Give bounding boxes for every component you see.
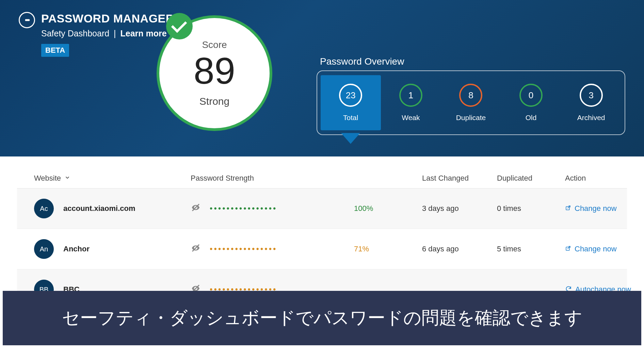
change-now-link[interactable]: Change now (565, 245, 644, 253)
score-gauge: Score 89 Strong (157, 15, 272, 131)
eye-off-icon[interactable] (191, 243, 201, 255)
strength-percent: 100% (354, 204, 422, 213)
strength-percent: 71% (354, 245, 422, 253)
overview-tab-label: Weak (402, 114, 420, 122)
score-strength: Strong (199, 96, 229, 107)
app-title: PASSWORD MANAGER (41, 12, 174, 25)
site-avatar-icon: An (34, 239, 54, 259)
header-banner: ••• PASSWORD MANAGER Safety Dashboard | … (0, 0, 644, 156)
chevron-down-icon (64, 175, 70, 182)
overview-tab-archived[interactable]: 3Archived (561, 75, 621, 130)
password-table: Website Password Strength Last Changed D… (0, 156, 644, 310)
password-masked: •••••••••••••••• (210, 204, 277, 213)
brand-block: ••• PASSWORD MANAGER Safety Dashboard | … (19, 12, 174, 57)
overview-tab-duplicate[interactable]: 8Duplicate (441, 75, 501, 130)
brand-logo-icon: ••• (19, 12, 35, 28)
change-now-link[interactable]: Change now (565, 204, 644, 213)
overview-tab-old[interactable]: 0Old (501, 75, 561, 130)
subtitle-text: Safety Dashboard (41, 29, 109, 38)
overview-tab-label: Total (343, 114, 358, 122)
col-action[interactable]: Action (565, 174, 644, 183)
overview-title: Password Overview (317, 56, 625, 67)
breadcrumb: Safety Dashboard | Learn more (41, 29, 174, 38)
last-changed: 6 days ago (422, 245, 497, 253)
overview-count-circle: 8 (459, 84, 482, 107)
col-website[interactable]: Website (34, 174, 191, 183)
eye-off-icon[interactable] (191, 202, 201, 215)
site-cell: AnAnchor (34, 239, 191, 259)
password-strength-cell: •••••••••••••••• (191, 243, 354, 255)
caption-overlay: セーフティ・ダッシュボードでパスワードの問題を確認できます (3, 291, 641, 345)
duplicated-count: 0 times (497, 204, 565, 213)
external-link-icon (565, 205, 571, 213)
overview-tabs: 23Total1Weak8Duplicate0Old3Archived (317, 70, 625, 135)
col-duplicated[interactable]: Duplicated (497, 174, 565, 183)
password-overview: Password Overview 23Total1Weak8Duplicate… (317, 56, 625, 135)
external-link-icon (565, 245, 571, 253)
overview-count-circle: 23 (339, 84, 362, 107)
overview-tab-label: Duplicate (456, 114, 486, 122)
score-value: 89 (194, 52, 235, 89)
overview-tab-label: Archived (577, 114, 605, 122)
overview-count-circle: 3 (580, 84, 603, 107)
action-label: Change now (575, 245, 617, 253)
password-masked: •••••••••••••••• (210, 244, 277, 254)
overview-count-circle: 0 (519, 84, 543, 107)
overview-tab-total[interactable]: 23Total (321, 75, 381, 130)
overview-count-circle: 1 (399, 84, 422, 107)
password-strength-cell: •••••••••••••••• (191, 202, 354, 215)
col-strength[interactable]: Password Strength (191, 174, 354, 183)
col-last-changed[interactable]: Last Changed (422, 174, 497, 183)
duplicated-count: 5 times (497, 245, 565, 253)
site-name: account.xiaomi.com (63, 204, 135, 213)
site-name: Anchor (63, 245, 90, 253)
overview-tab-label: Old (526, 114, 537, 122)
site-cell: Acaccount.xiaomi.com (34, 199, 191, 218)
check-icon (166, 13, 193, 39)
action-label: Change now (575, 204, 617, 213)
col-website-label: Website (34, 174, 61, 183)
score-label: Score (202, 39, 227, 50)
table-row[interactable]: AnAnchor••••••••••••••••71%6 days ago5 t… (17, 229, 627, 269)
last-changed: 3 days ago (422, 204, 497, 213)
table-header-row: Website Password Strength Last Changed D… (17, 168, 627, 188)
site-avatar-icon: Ac (34, 199, 54, 218)
table-row[interactable]: Acaccount.xiaomi.com••••••••••••••••100%… (17, 188, 627, 229)
overview-tab-weak[interactable]: 1Weak (381, 75, 441, 130)
beta-badge: BETA (41, 44, 69, 57)
